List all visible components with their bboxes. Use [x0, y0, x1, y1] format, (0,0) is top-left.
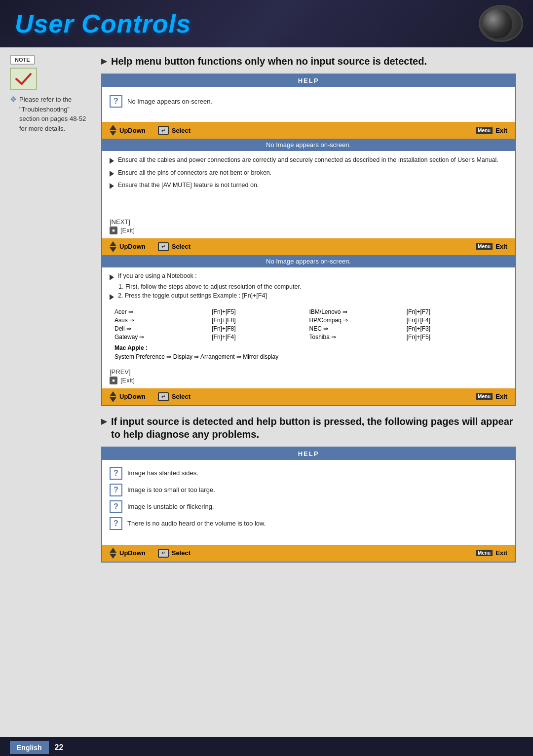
nav-bar-3: UpDown ↵ Select Menu Exit — [102, 388, 515, 405]
footer-language: English — [10, 741, 49, 754]
mac-arrangement: Arrangement — [200, 353, 234, 360]
lt-toshiba-brand: Toshiba — [309, 334, 330, 340]
nb-step1: 1. First, follow the steps above to adju… — [110, 283, 507, 290]
hp2-text-2: Image is too small or too large. — [127, 486, 215, 493]
mac-arrow-1: ⇒ — [166, 353, 173, 360]
nav-exit-4: Menu Exit — [476, 549, 507, 557]
hp2-row-4: ? There is no audio heard or the volume … — [110, 515, 507, 532]
lt-toshiba-arrow: ⇒ — [331, 334, 336, 340]
mac-label: Mac Apple : — [114, 344, 148, 351]
enter-icon-4: ↵ — [158, 549, 169, 558]
lt-hp-arrow: ⇒ — [343, 317, 348, 324]
status-bar-2: No Image appears on-screen. — [102, 255, 515, 267]
menu-badge-3: Menu — [476, 393, 493, 400]
help-icon: ? — [110, 95, 122, 108]
lt-ibm-arrow: ⇒ — [343, 308, 347, 315]
help-panel-1: HELP ? No Image appears on-screen. UpDow… — [101, 74, 516, 406]
nav-select-label-4: Select — [172, 549, 190, 557]
nav-bar-1: UpDown ↵ Select Menu Exit — [102, 122, 515, 139]
lt-acer-key: [Fn]+[F5] — [212, 308, 307, 315]
section2-heading: ▶ If input source is detected and help b… — [101, 415, 516, 441]
nb-arrow-2 — [110, 294, 114, 300]
exit-label-1: [Exit] — [120, 227, 135, 234]
note-sidebar: NOTE ❖ Please refer to the "Troubleshoot… — [10, 55, 89, 133]
nav-select-label-2: Select — [172, 243, 190, 250]
help-panel-1-row: ? No Image appears on-screen. — [110, 92, 507, 111]
bullet-2: Ensure all the pins of connectors are no… — [110, 169, 507, 178]
lt-asus-arrow: ⇒ — [129, 317, 134, 324]
lt-ibm-key: [Fn]+[F7] — [407, 308, 502, 315]
enter-icon-1: ↵ — [158, 126, 169, 135]
updown-arrows-icon-3 — [110, 391, 116, 402]
status-bar-1: No Image appears on-screen. — [102, 139, 515, 151]
updown-arrows-icon-2 — [110, 241, 116, 252]
next-link-1: [NEXT] — [110, 218, 507, 226]
section2-heading-text: If input source is detected and help but… — [111, 415, 516, 441]
nb-arrow-1 — [110, 274, 114, 280]
content-1: Ensure all the cables and power connecti… — [102, 151, 515, 216]
nav-links-1: [NEXT] ■ [Exit] — [102, 216, 515, 238]
logo — [479, 5, 523, 42]
help-icon-2d: ? — [110, 517, 122, 530]
help-icon-2b: ? — [110, 484, 122, 496]
bullet-text-2: Ensure all the pins of connectors are no… — [118, 169, 271, 178]
nav-updown-label-4: UpDown — [119, 549, 146, 557]
footer-page: 22 — [55, 743, 64, 752]
lt-asus-brand: Asus — [114, 317, 128, 324]
help-icon-2a: ? — [110, 467, 122, 480]
note-icon — [10, 68, 37, 90]
menu-badge-1: Menu — [476, 127, 493, 134]
hp2-row-3: ? Image is unstable or flickering. — [110, 498, 507, 515]
exit-label-2: [Exit] — [120, 377, 135, 384]
lt-dell-arrow: ⇒ — [126, 325, 131, 332]
mac-pref: System Preference — [114, 353, 165, 360]
hp2-text-3: Image is unstable or flickering. — [127, 503, 214, 510]
lt-dell-brand: Dell — [114, 325, 125, 332]
header: User Controls — [0, 0, 533, 47]
nav-select-1: ↵ Select — [158, 126, 190, 135]
nb-step2-text: 2. Press the toggle output settings Exam… — [118, 292, 267, 299]
lt-nec-key: [Fn]+[F3] — [407, 325, 502, 332]
nav-select-label-1: Select — [172, 127, 190, 134]
nav-select-label-3: Select — [172, 393, 190, 400]
mac-pref-row: System Preference ⇒ Display ⇒ Arrangemen… — [102, 352, 515, 366]
lt-dell: Dell ⇒ — [114, 325, 210, 332]
hp2-row-1: ? Image has slanted sides. — [110, 465, 507, 482]
lt-hp-key: [Fn]+[F4] — [407, 317, 502, 324]
nav-select-4: ↵ Select — [158, 549, 190, 558]
nav-exit-3: Menu Exit — [476, 393, 507, 400]
nav-exit-label-1: Exit — [495, 127, 507, 134]
lt-acer: Acer ⇒ — [114, 308, 210, 315]
mac-arrow-3: ⇒ — [236, 353, 243, 360]
lt-nec-arrow: ⇒ — [323, 325, 328, 332]
nav-updown-1: UpDown — [110, 125, 146, 136]
enter-icon-3: ↵ — [158, 392, 169, 401]
lt-hp-brand: HP/Compaq — [309, 317, 342, 324]
help-panel-2-body: ? Image has slanted sides. ? Image is to… — [102, 460, 515, 545]
nav-select-3: ↵ Select — [158, 392, 190, 401]
hp2-text-1: Image has slanted sides. — [127, 469, 198, 477]
lt-gateway-key: [Fn]+[F4] — [212, 334, 307, 340]
lt-toshiba: Toshiba ⇒ — [309, 334, 405, 340]
nav-updown-4: UpDown — [110, 548, 146, 559]
lt-ibm-brand: IBM/Lenovo — [309, 308, 341, 315]
menu-badge-4: Menu — [476, 550, 493, 556]
lt-ibm: IBM/Lenovo ⇒ — [309, 308, 405, 315]
section1-heading: ▶ Help menu button functions only when n… — [101, 55, 516, 68]
exit-link-1: ■ [Exit] — [110, 227, 507, 234]
help-panel-2-title: HELP — [102, 448, 515, 460]
note-content: Please refer to the "Troubleshooting" se… — [19, 95, 89, 133]
menu-badge-2: Menu — [476, 243, 493, 250]
nav-updown-label-1: UpDown — [119, 127, 146, 134]
lt-acer-brand: Acer — [114, 308, 127, 315]
lt-gateway-brand: Gateway — [114, 334, 138, 340]
lt-asus: Asus ⇒ — [114, 317, 210, 324]
section1-arrow-icon: ▶ — [101, 56, 107, 66]
lt-nec: NEC ⇒ — [309, 325, 405, 332]
section2-arrow-icon: ▶ — [101, 416, 107, 426]
nav-exit-1: Menu Exit — [476, 127, 507, 134]
help-icon-2c: ? — [110, 500, 122, 513]
help-panel-2: HELP ? Image has slanted sides. ? Image … — [101, 447, 516, 563]
nav-exit-label-4: Exit — [495, 549, 507, 557]
mac-arrow-2: ⇒ — [194, 353, 200, 360]
